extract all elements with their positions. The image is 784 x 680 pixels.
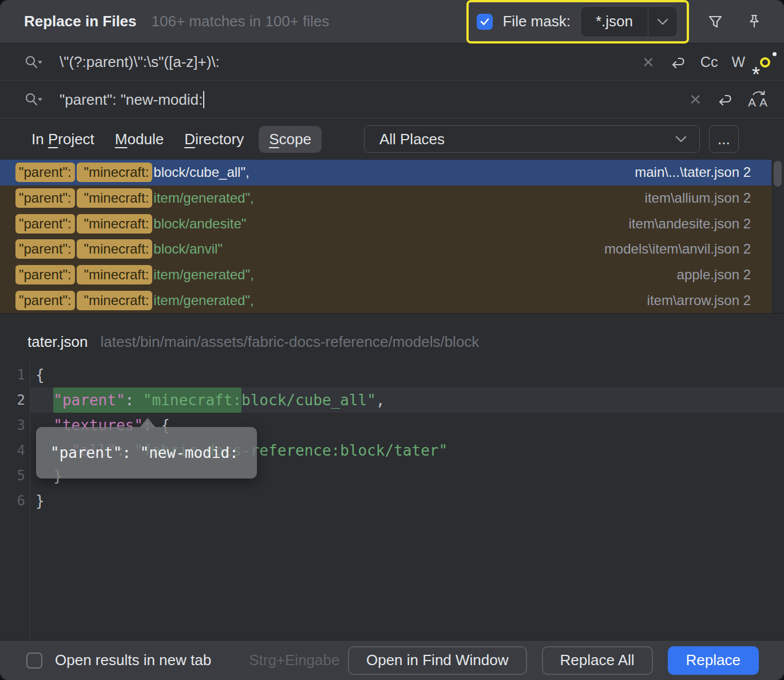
checkmark-icon: [479, 16, 490, 27]
scope-tab-module[interactable]: Module: [115, 131, 164, 148]
result-row[interactable]: "parent": "minecraft:block/anvil"models\…: [0, 236, 771, 262]
pin-window-button[interactable]: [742, 9, 767, 34]
chevron-down-icon: [656, 18, 669, 26]
match-highlight: "minecraft:: [77, 265, 153, 284]
code-preview-editor[interactable]: 1{2 "parent": "minecraft:block/cube_all"…: [0, 362, 784, 640]
replace-button[interactable]: Replace: [668, 646, 759, 675]
text-cursor: [203, 91, 204, 108]
code-line[interactable]: 2 "parent": "minecraft:block/cube_all",: [0, 388, 784, 413]
results-separator: [0, 314, 784, 321]
replace-input[interactable]: "parent": "new-modid:: [60, 91, 204, 109]
results-scrollbar[interactable]: [774, 161, 782, 187]
search-field-actions: ✕ Cc W *: [642, 54, 770, 71]
replacement-preview-text: "parent": "new-modid:: [50, 444, 239, 461]
dialog-footer: Open results in new tab Strg+Eingabe Ope…: [0, 640, 784, 680]
match-highlight: "parent":: [15, 239, 75, 259]
search-history-button[interactable]: [24, 54, 45, 71]
preserve-case-icon: A A: [747, 90, 770, 109]
replace-field-row: "parent": "new-modid: ✕ A A: [0, 81, 784, 118]
scope-selector-row: In ProjectModuleDirectoryScope All Place…: [0, 118, 784, 160]
line-number: 6: [0, 493, 25, 509]
match-context: block/anvil": [153, 241, 223, 257]
result-row[interactable]: "parent": "minecraft:item/generated",app…: [0, 262, 771, 288]
filemask-highlight-annotation: File mask: *.json: [466, 0, 689, 44]
search-results-list: "parent": "minecraft:block/cube_all",mai…: [0, 160, 784, 314]
shortcut-hint: Strg+Eingabe: [249, 651, 339, 669]
match-highlight: "minecraft:: [77, 291, 153, 310]
result-file-label: item\arrow.json 2: [647, 292, 751, 309]
preview-filename: tater.json: [27, 333, 88, 351]
open-results-label: Open results in new tab: [55, 651, 211, 669]
result-file-label: models\item\anvil.json 2: [604, 241, 751, 257]
pin-icon: [745, 13, 763, 31]
clear-replace-icon[interactable]: ✕: [689, 92, 702, 107]
code-line[interactable]: 1{: [0, 362, 784, 388]
match-highlight: "parent":: [15, 188, 75, 208]
scope-tab-directory[interactable]: Directory: [184, 131, 244, 148]
result-file-label: apple.json 2: [677, 267, 751, 283]
svg-text:A: A: [748, 96, 756, 109]
preview-filepath: latest/bin/main/assets/fabric-docs-refer…: [101, 333, 480, 351]
row-separator: [0, 118, 784, 118]
match-context: item/generated",: [153, 292, 254, 309]
match-highlight: "parent":: [15, 265, 75, 284]
result-file-label: item\allium.json 2: [645, 190, 751, 206]
replace-all-button[interactable]: Replace All: [542, 646, 653, 675]
regex-icon: [773, 52, 777, 56]
line-number: 5: [0, 468, 25, 484]
file-mask-checkbox[interactable]: [477, 14, 493, 30]
search-input[interactable]: \"(?:parent)\":\s"([a-z]+)\:: [60, 53, 220, 71]
clear-search-icon[interactable]: ✕: [642, 55, 655, 70]
code-text: "parent": "minecraft:block/cube_all",: [35, 392, 385, 409]
insert-newline-icon[interactable]: [668, 54, 687, 71]
open-results-checkbox[interactable]: [26, 653, 42, 669]
result-file-label: main\...\tater.json 2: [635, 164, 751, 180]
replace-in-files-dialog: Replace in Files 106+ matches in 100+ fi…: [0, 0, 784, 680]
match-context: block/andesite": [153, 216, 246, 232]
line-number: 1: [0, 367, 25, 383]
match-highlight: "parent":: [15, 163, 75, 182]
code-text: }: [35, 492, 45, 509]
replace-field-actions: ✕ A A: [689, 90, 770, 109]
result-row[interactable]: "parent": "minecraft:block/andesite"item…: [0, 211, 771, 236]
code-line[interactable]: 6}: [0, 488, 784, 513]
filter-icon: [706, 13, 724, 31]
search-icon: [24, 54, 45, 71]
regex-highlight-annotation: *: [760, 57, 770, 68]
file-mask-dropdown-button[interactable]: [648, 7, 677, 37]
match-highlight: "minecraft:: [77, 188, 153, 208]
line-number: 4: [0, 442, 25, 458]
file-mask-value: *.json: [581, 13, 648, 30]
svg-text:A: A: [759, 96, 767, 109]
scope-dropdown[interactable]: All Places: [364, 125, 700, 153]
search-icon: [24, 91, 45, 108]
preserve-case-toggle[interactable]: A A: [747, 90, 770, 109]
preview-file-header: tater.json latest/bin/main/assets/fabric…: [0, 321, 784, 362]
scope-more-button[interactable]: ...: [709, 125, 739, 153]
result-row[interactable]: "parent": "minecraft:item/generated",ite…: [0, 185, 771, 211]
line-number: 2: [0, 392, 25, 408]
words-toggle[interactable]: W: [731, 54, 745, 70]
file-mask-combobox[interactable]: *.json: [580, 6, 678, 37]
filter-results-button[interactable]: [703, 9, 728, 34]
result-row[interactable]: "parent": "minecraft:block/cube_all",mai…: [0, 160, 771, 185]
result-file-label: item\andesite.json 2: [629, 216, 751, 232]
match-highlight: "parent":: [15, 214, 75, 234]
match-context: item/generated",: [153, 190, 254, 206]
dialog-title: Replace in Files: [24, 13, 137, 30]
result-row[interactable]: "parent": "minecraft:item/generated",ite…: [0, 287, 771, 313]
chevron-down-icon: [674, 135, 688, 144]
match-context: block/cube_all",: [153, 164, 249, 180]
insert-newline-icon[interactable]: [715, 91, 734, 108]
code-text: {: [35, 366, 45, 384]
open-in-find-window-button[interactable]: Open in Find Window: [348, 646, 527, 675]
scope-tab-scope[interactable]: Scope: [259, 126, 322, 153]
scope-dropdown-value: All Places: [379, 131, 445, 148]
match-highlight: "minecraft:: [77, 163, 153, 182]
dialog-titlebar: Replace in Files 106+ matches in 100+ fi…: [0, 0, 784, 44]
match-highlight: "parent":: [15, 291, 75, 310]
replace-history-button[interactable]: [24, 91, 45, 108]
match-case-toggle[interactable]: Cc: [700, 54, 718, 70]
editor-match-highlight: "parent": "minecraft:: [53, 388, 241, 413]
scope-tab-in-project[interactable]: In Project: [31, 131, 94, 148]
